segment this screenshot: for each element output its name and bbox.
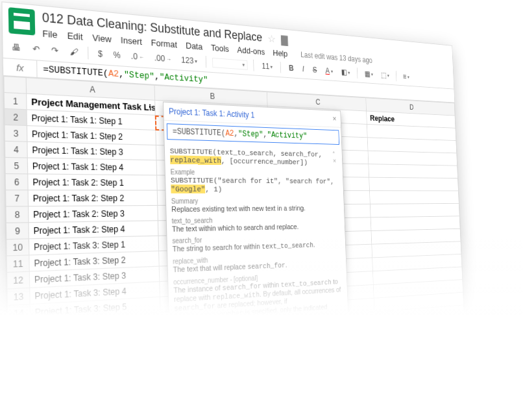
row-header[interactable]: 4 xyxy=(5,141,27,158)
font-select[interactable]: ▾ xyxy=(212,57,248,69)
formula-result-preview: Project 1: Task 1: Activity 1 xyxy=(169,106,255,119)
menu-edit[interactable]: Edit xyxy=(67,30,82,42)
menu-help[interactable]: Help xyxy=(273,47,287,58)
row-header[interactable]: 18 xyxy=(8,370,31,389)
cell[interactable] xyxy=(369,164,457,178)
borders-button[interactable]: ▦▾ xyxy=(362,68,375,79)
paint-format-icon[interactable]: 🖌 xyxy=(67,45,81,58)
row-header[interactable]: 3 xyxy=(5,125,27,142)
fill-color-button[interactable]: ◧▾ xyxy=(339,66,352,78)
row-header[interactable]: 17 xyxy=(8,353,30,372)
menu-view[interactable]: View xyxy=(92,32,111,44)
undo-icon[interactable]: ↶ xyxy=(29,42,42,55)
star-icon[interactable]: ☆ xyxy=(267,32,276,44)
param-desc: The instance of search_for within text_t… xyxy=(173,277,344,331)
percent-button[interactable]: % xyxy=(110,48,123,62)
cell[interactable] xyxy=(367,137,456,153)
cell[interactable]: Project 1: Task 2: Step 2 xyxy=(28,190,157,206)
menu-data[interactable]: Data xyxy=(186,40,202,51)
row-header[interactable]: 6 xyxy=(5,173,28,190)
collapse-icon[interactable]: ˄ × xyxy=(333,151,339,167)
summary-text: Replaces existing text with new text in … xyxy=(171,204,340,213)
row-header[interactable]: 11 xyxy=(6,254,29,272)
menu-addons[interactable]: Add-ons xyxy=(237,45,265,56)
row-header[interactable]: 7 xyxy=(6,190,29,206)
align-button[interactable]: ≡▾ xyxy=(401,71,411,82)
menu-format[interactable]: Format xyxy=(151,37,178,49)
currency-button[interactable]: $ xyxy=(95,47,106,60)
italic-button[interactable]: I xyxy=(300,63,306,75)
cell[interactable] xyxy=(371,203,460,217)
cell[interactable] xyxy=(370,190,459,204)
cell[interactable]: Project 1: Task 2: Step 1 xyxy=(28,173,157,190)
text-color-button[interactable]: A▾ xyxy=(323,65,335,77)
row-header[interactable]: 14 xyxy=(7,304,30,322)
example-text: SUBSTITUTE("search for it", "search for"… xyxy=(171,175,339,193)
cell[interactable]: Project 1: Task 1: Step 4 xyxy=(27,158,156,175)
bold-button[interactable]: B xyxy=(286,62,296,73)
menu-tools[interactable]: Tools xyxy=(211,42,229,53)
row-header[interactable]: 8 xyxy=(6,206,29,223)
row-header[interactable]: 5 xyxy=(5,157,28,173)
row-header[interactable]: 2 xyxy=(5,108,27,125)
cell[interactable] xyxy=(369,177,458,191)
strike-button[interactable]: S xyxy=(310,64,319,75)
cell[interactable] xyxy=(368,151,457,166)
print-icon[interactable]: 🖶 xyxy=(9,40,24,55)
spreadsheet-app: 012 Data Cleaning: Substitute and Replac… xyxy=(1,1,466,390)
formula-help-tooltip: Project 1: Task 1: Activity 1 × =SUBSTIT… xyxy=(163,101,349,352)
cell[interactable]: Project 1: Task 2: Step 3 xyxy=(29,205,158,222)
cell[interactable]: Project 1: Task 1: Step 3 xyxy=(27,142,156,160)
font-size-select[interactable]: 11▾ xyxy=(260,60,275,72)
fx-label: fx xyxy=(3,58,38,77)
close-icon[interactable]: × xyxy=(332,114,336,123)
decrease-decimal-button[interactable]: .0← xyxy=(128,49,147,63)
row-header[interactable]: 15 xyxy=(8,321,30,339)
merge-button[interactable]: ⬚▾ xyxy=(378,69,391,80)
row-header[interactable]: 9 xyxy=(6,222,29,239)
row-header[interactable]: 13 xyxy=(7,288,30,305)
increase-decimal-button[interactable]: .00→ xyxy=(152,51,174,65)
row-header[interactable]: 10 xyxy=(6,238,29,255)
more-formats-button[interactable]: 123▾ xyxy=(178,53,200,67)
grid[interactable]: A B C D 1 Project Management Task List I… xyxy=(3,75,465,389)
folder-icon[interactable]: ▇ xyxy=(281,33,288,45)
row-header[interactable]: 1 xyxy=(4,92,27,109)
redo-icon[interactable]: ↷ xyxy=(48,43,61,57)
sheets-logo-icon xyxy=(8,7,35,36)
function-signature: SUBSTITUTE(text_to_search, search_for, r… xyxy=(170,146,339,166)
menu-insert[interactable]: Insert xyxy=(121,34,142,46)
row-header[interactable]: 12 xyxy=(6,271,29,289)
row-header[interactable]: 16 xyxy=(8,337,30,355)
cell[interactable] xyxy=(371,216,460,230)
select-all-corner[interactable] xyxy=(4,76,27,93)
menu-file[interactable]: File xyxy=(42,28,57,40)
